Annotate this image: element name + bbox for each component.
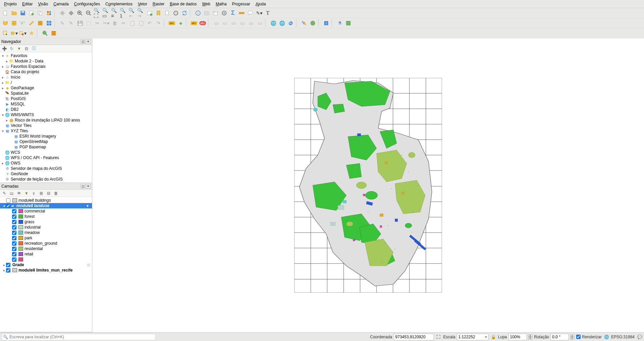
- layer-visibility-checkbox[interactable]: [12, 209, 16, 213]
- layer-item[interactable]: park: [0, 235, 92, 241]
- quick-search-button[interactable]: [41, 29, 49, 37]
- plugin-search-button[interactable]: [287, 19, 295, 27]
- browser-item[interactable]: ▦OpenStreetMap: [0, 139, 92, 144]
- layer-item[interactable]: meadow: [0, 230, 92, 235]
- layers-style-button[interactable]: ✎: [1, 190, 7, 196]
- layer-visibility-checkbox[interactable]: [6, 268, 10, 273]
- layer-visibility-checkbox[interactable]: [6, 204, 10, 208]
- expand-icon[interactable]: ▸: [5, 118, 9, 122]
- select-freehand-button[interactable]: ▾: [19, 29, 27, 37]
- menu-editar[interactable]: Editar: [19, 1, 35, 7]
- menu-web[interactable]: Web: [199, 1, 213, 7]
- field-calculator-button[interactable]: [211, 9, 219, 17]
- zoom-full-button[interactable]: 🔍⛶: [93, 9, 101, 17]
- browser-tree[interactable]: ▾★Favoritos▸📁Module 2 - Data▸🗂Favoritos …: [0, 52, 92, 183]
- lock-scale-button[interactable]: 🔒: [491, 334, 497, 340]
- layout-manager-button[interactable]: [36, 9, 44, 17]
- browser-item[interactable]: ▸⬤Risco de inundação LiPAD 100 anos: [0, 117, 92, 123]
- add-vector-button[interactable]: [1, 19, 9, 27]
- layer-item[interactable]: ▸Grade⊡: [0, 262, 92, 267]
- plugin-globe2-button[interactable]: 🌐: [278, 19, 286, 27]
- new-print-layout-button[interactable]: [28, 9, 36, 17]
- browser-item[interactable]: 🪶SpatiaLite: [0, 91, 92, 96]
- deselect-button[interactable]: [28, 29, 36, 37]
- pan-selection-button[interactable]: [67, 9, 75, 17]
- identify-button[interactable]: i: [194, 9, 202, 17]
- new-map-view-button[interactable]: [146, 9, 154, 17]
- layer-item[interactable]: module8 buildings: [0, 198, 92, 203]
- map-canvas[interactable]: [92, 38, 644, 332]
- browser-item[interactable]: 🌐WFS / OGC API - Features: [0, 155, 92, 160]
- layers-visibility-button[interactable]: 👁: [16, 190, 22, 196]
- browser-add-button[interactable]: ➕: [1, 46, 7, 52]
- maptips-button[interactable]: [246, 9, 254, 17]
- layer-item[interactable]: forest: [0, 214, 92, 219]
- browser-item[interactable]: ▸🗂Favoritos Espaciais: [0, 64, 92, 69]
- browser-collapse-button[interactable]: ⊟: [23, 46, 30, 52]
- zoom-layer-button[interactable]: 🔍≡: [111, 9, 119, 17]
- locator-search[interactable]: 🔍: [1, 334, 156, 340]
- coord-field[interactable]: 973453,9120920: [394, 334, 434, 340]
- layer-visibility-checkbox[interactable]: [12, 241, 16, 246]
- plugin-install-button[interactable]: ⚗: [336, 19, 344, 27]
- zoom-next-button[interactable]: 🔍→: [137, 9, 145, 17]
- label-toggle-button[interactable]: abc: [190, 19, 198, 27]
- browser-item[interactable]: ▸📁Module 2 - Data: [0, 58, 92, 64]
- browser-item[interactable]: ▸◆GeoPackage: [0, 85, 92, 91]
- layers-close-button[interactable]: ✕: [86, 184, 91, 189]
- edit-toggle-button[interactable]: [28, 19, 36, 27]
- expand-icon[interactable]: ▾: [1, 113, 5, 117]
- pan-button[interactable]: [58, 9, 66, 17]
- rotation-spinner[interactable]: ▴▾: [570, 334, 574, 340]
- zoom-selection-button[interactable]: 🔍▭: [102, 9, 110, 17]
- browser-filter-button[interactable]: ▼: [16, 46, 22, 52]
- menu-projeto[interactable]: Projeto: [1, 1, 19, 7]
- digitize-button[interactable]: [36, 19, 44, 27]
- layer-item[interactable]: residential: [0, 246, 92, 251]
- browser-properties-button[interactable]: ⓘ: [31, 46, 37, 52]
- menu-malha[interactable]: Malha: [213, 1, 230, 7]
- layer-item[interactable]: industrial: [0, 225, 92, 230]
- layer-item[interactable]: retail: [0, 251, 92, 257]
- advanced-digitize-button[interactable]: [45, 19, 53, 27]
- render-checkbox[interactable]: [576, 335, 581, 339]
- layer-item[interactable]: ▸module8 limites_mun_recife: [0, 267, 92, 273]
- refresh-button[interactable]: [172, 9, 180, 17]
- browser-item[interactable]: ▾▦XYZ Tiles: [0, 128, 92, 134]
- browser-item[interactable]: ✳GeoNode: [0, 171, 92, 177]
- menu-ajuda[interactable]: Ajuda: [253, 1, 268, 7]
- menu-basededados[interactable]: Base de dados: [167, 1, 199, 7]
- coord-extent-button[interactable]: ⛶: [435, 334, 441, 340]
- browser-refresh-button[interactable]: ↻: [9, 46, 15, 52]
- browser-item[interactable]: ▶MSSQL: [0, 101, 92, 107]
- label-style-button[interactable]: abc: [199, 19, 207, 27]
- layer-item[interactable]: [0, 257, 92, 262]
- layers-collapse-button[interactable]: ⊟: [46, 190, 52, 196]
- zoom-last-button[interactable]: 🔍←: [128, 9, 136, 17]
- python-console-button[interactable]: [300, 19, 308, 27]
- menu-camada[interactable]: Camada: [51, 1, 71, 7]
- annotation-button[interactable]: ✎▾: [255, 9, 263, 17]
- expand-icon[interactable]: ▾: [1, 129, 5, 133]
- messages-button[interactable]: 💬: [637, 334, 643, 340]
- help-button[interactable]: ?: [322, 19, 330, 27]
- browser-item[interactable]: ⚙Servidor de feição do ArcGIS: [0, 177, 92, 182]
- expand-icon[interactable]: ▸: [1, 81, 5, 85]
- menu-raster[interactable]: Raster: [150, 1, 167, 7]
- browser-item[interactable]: ▸🌐OWS: [0, 160, 92, 166]
- browser-close-button[interactable]: ✕: [86, 39, 91, 44]
- browser-item[interactable]: ▦PGP Basemap: [0, 144, 92, 150]
- browser-item[interactable]: ▾🌐WMS/WMTS: [0, 112, 92, 117]
- layers-filter-button[interactable]: ▼: [23, 190, 30, 196]
- add-raster-button[interactable]: [10, 19, 18, 27]
- magnifier-spinner[interactable]: ▴▾: [528, 334, 532, 340]
- text-annotation-button[interactable]: T: [264, 9, 272, 17]
- expand-icon[interactable]: ▸: [5, 59, 9, 63]
- menu-processar[interactable]: Processar: [229, 1, 253, 7]
- browser-item[interactable]: ▸📁/: [0, 80, 92, 85]
- layer-visibility-checkbox[interactable]: [12, 257, 16, 262]
- layer-item[interactable]: grass: [0, 219, 92, 225]
- measure-button[interactable]: [238, 9, 246, 17]
- layers-tree[interactable]: module8 buildings▾▰module8 landuse▼comme…: [0, 197, 92, 332]
- layer-visibility-checkbox[interactable]: [12, 225, 16, 230]
